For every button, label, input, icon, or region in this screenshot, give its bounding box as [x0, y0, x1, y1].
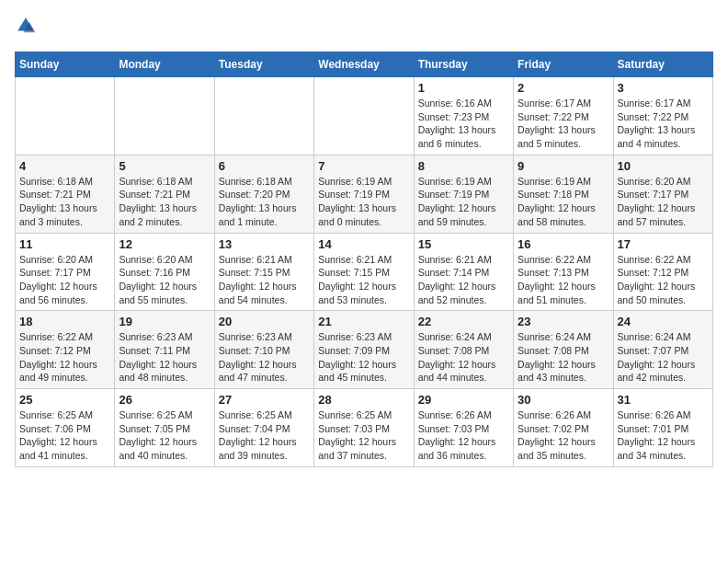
logo — [15, 15, 40, 40]
header-sunday: Sunday — [16, 52, 115, 77]
day-info: Sunrise: 6:25 AMSunset: 7:04 PMDaylight:… — [219, 408, 310, 463]
day-number: 6 — [219, 159, 310, 173]
day-number: 21 — [318, 315, 409, 328]
calendar-cell: 6Sunrise: 6:18 AMSunset: 7:20 PMDaylight… — [214, 155, 313, 233]
header-friday: Friday — [514, 52, 613, 77]
day-info: Sunrise: 6:21 AMSunset: 7:14 PMDaylight:… — [418, 253, 509, 307]
day-number: 27 — [219, 393, 310, 407]
calendar-cell: 16Sunrise: 6:22 AMSunset: 7:13 PMDayligh… — [514, 233, 613, 311]
day-info: Sunrise: 6:23 AMSunset: 7:10 PMDaylight:… — [219, 330, 310, 385]
calendar-week-5: 25Sunrise: 6:25 AMSunset: 7:06 PMDayligh… — [16, 389, 713, 467]
day-info: Sunrise: 6:18 AMSunset: 7:20 PMDaylight:… — [219, 175, 310, 229]
day-info: Sunrise: 6:18 AMSunset: 7:21 PMDaylight:… — [19, 175, 110, 229]
day-info: Sunrise: 6:24 AMSunset: 7:08 PMDaylight:… — [418, 330, 509, 385]
calendar-cell: 2Sunrise: 6:17 AMSunset: 7:22 PMDaylight… — [514, 77, 613, 155]
calendar-cell: 20Sunrise: 6:23 AMSunset: 7:10 PMDayligh… — [214, 311, 313, 389]
calendar-cell: 31Sunrise: 6:26 AMSunset: 7:01 PMDayligh… — [613, 389, 712, 467]
day-number: 16 — [518, 237, 609, 251]
day-number: 3 — [618, 81, 709, 95]
day-number: 14 — [318, 237, 409, 251]
day-number: 2 — [518, 81, 609, 95]
day-number: 1 — [418, 81, 509, 95]
day-number: 11 — [19, 237, 110, 251]
day-info: Sunrise: 6:20 AMSunset: 7:17 PMDaylight:… — [618, 175, 709, 229]
day-number: 31 — [618, 393, 709, 407]
day-info: Sunrise: 6:21 AMSunset: 7:15 PMDaylight:… — [318, 253, 409, 307]
calendar-cell — [214, 77, 313, 155]
calendar-cell: 1Sunrise: 6:16 AMSunset: 7:23 PMDaylight… — [414, 77, 513, 155]
calendar-table: SundayMondayTuesdayWednesdayThursdayFrid… — [15, 52, 713, 467]
day-number: 29 — [418, 393, 509, 407]
day-info: Sunrise: 6:25 AMSunset: 7:03 PMDaylight:… — [318, 408, 409, 463]
calendar-cell: 19Sunrise: 6:23 AMSunset: 7:11 PMDayligh… — [115, 311, 214, 389]
day-number: 20 — [219, 315, 310, 328]
day-number: 8 — [418, 159, 509, 173]
calendar-cell: 13Sunrise: 6:21 AMSunset: 7:15 PMDayligh… — [214, 233, 313, 311]
header-thursday: Thursday — [414, 52, 513, 77]
header-wednesday: Wednesday — [314, 52, 414, 77]
day-info: Sunrise: 6:21 AMSunset: 7:15 PMDaylight:… — [219, 253, 310, 307]
calendar-cell: 12Sunrise: 6:20 AMSunset: 7:16 PMDayligh… — [115, 233, 214, 311]
day-number: 10 — [618, 159, 709, 173]
calendar-cell: 3Sunrise: 6:17 AMSunset: 7:22 PMDaylight… — [613, 77, 712, 155]
day-info: Sunrise: 6:25 AMSunset: 7:06 PMDaylight:… — [19, 408, 110, 463]
day-number: 9 — [518, 159, 609, 173]
calendar-week-2: 4Sunrise: 6:18 AMSunset: 7:21 PMDaylight… — [16, 155, 713, 233]
day-info: Sunrise: 6:19 AMSunset: 7:19 PMDaylight:… — [318, 175, 409, 229]
calendar-cell: 8Sunrise: 6:19 AMSunset: 7:19 PMDaylight… — [414, 155, 513, 233]
day-info: Sunrise: 6:26 AMSunset: 7:03 PMDaylight:… — [418, 408, 509, 463]
day-info: Sunrise: 6:20 AMSunset: 7:17 PMDaylight:… — [19, 253, 110, 307]
calendar-cell — [314, 77, 414, 155]
day-info: Sunrise: 6:23 AMSunset: 7:11 PMDaylight:… — [119, 330, 210, 385]
header-monday: Monday — [115, 52, 214, 77]
calendar-header-row: SundayMondayTuesdayWednesdayThursdayFrid… — [16, 52, 713, 77]
calendar-cell: 27Sunrise: 6:25 AMSunset: 7:04 PMDayligh… — [214, 389, 313, 467]
calendar-cell: 9Sunrise: 6:19 AMSunset: 7:18 PMDaylight… — [514, 155, 613, 233]
day-number: 26 — [119, 393, 210, 407]
calendar-cell: 18Sunrise: 6:22 AMSunset: 7:12 PMDayligh… — [16, 311, 115, 389]
day-number: 18 — [19, 315, 110, 328]
calendar-week-3: 11Sunrise: 6:20 AMSunset: 7:17 PMDayligh… — [16, 233, 713, 311]
day-info: Sunrise: 6:26 AMSunset: 7:02 PMDaylight:… — [518, 408, 609, 463]
day-info: Sunrise: 6:18 AMSunset: 7:21 PMDaylight:… — [119, 175, 210, 229]
day-info: Sunrise: 6:20 AMSunset: 7:16 PMDaylight:… — [119, 253, 210, 307]
day-number: 25 — [19, 393, 110, 407]
day-info: Sunrise: 6:22 AMSunset: 7:12 PMDaylight:… — [618, 253, 709, 307]
calendar-cell: 10Sunrise: 6:20 AMSunset: 7:17 PMDayligh… — [613, 155, 712, 233]
calendar-cell: 14Sunrise: 6:21 AMSunset: 7:15 PMDayligh… — [314, 233, 414, 311]
calendar-cell: 23Sunrise: 6:24 AMSunset: 7:08 PMDayligh… — [514, 311, 613, 389]
day-info: Sunrise: 6:24 AMSunset: 7:07 PMDaylight:… — [618, 330, 709, 385]
calendar-cell: 17Sunrise: 6:22 AMSunset: 7:12 PMDayligh… — [613, 233, 712, 311]
calendar-cell: 5Sunrise: 6:18 AMSunset: 7:21 PMDaylight… — [115, 155, 214, 233]
day-info: Sunrise: 6:26 AMSunset: 7:01 PMDaylight:… — [618, 408, 709, 463]
calendar-cell: 7Sunrise: 6:19 AMSunset: 7:19 PMDaylight… — [314, 155, 414, 233]
day-number: 12 — [119, 237, 210, 251]
day-info: Sunrise: 6:24 AMSunset: 7:08 PMDaylight:… — [518, 330, 609, 385]
day-number: 15 — [418, 237, 509, 251]
header — [15, 15, 713, 40]
day-info: Sunrise: 6:17 AMSunset: 7:22 PMDaylight:… — [618, 97, 709, 151]
calendar-cell: 30Sunrise: 6:26 AMSunset: 7:02 PMDayligh… — [514, 389, 613, 467]
calendar-cell: 25Sunrise: 6:25 AMSunset: 7:06 PMDayligh… — [16, 389, 115, 467]
calendar-cell: 28Sunrise: 6:25 AMSunset: 7:03 PMDayligh… — [314, 389, 414, 467]
day-info: Sunrise: 6:16 AMSunset: 7:23 PMDaylight:… — [418, 97, 509, 151]
calendar-cell: 15Sunrise: 6:21 AMSunset: 7:14 PMDayligh… — [414, 233, 513, 311]
day-number: 22 — [418, 315, 509, 328]
calendar-cell: 21Sunrise: 6:23 AMSunset: 7:09 PMDayligh… — [314, 311, 414, 389]
calendar-cell: 26Sunrise: 6:25 AMSunset: 7:05 PMDayligh… — [115, 389, 214, 467]
day-info: Sunrise: 6:17 AMSunset: 7:22 PMDaylight:… — [518, 97, 609, 151]
calendar-week-4: 18Sunrise: 6:22 AMSunset: 7:12 PMDayligh… — [16, 311, 713, 389]
day-info: Sunrise: 6:22 AMSunset: 7:13 PMDaylight:… — [518, 253, 609, 307]
calendar-cell — [16, 77, 115, 155]
calendar-week-1: 1Sunrise: 6:16 AMSunset: 7:23 PMDaylight… — [16, 77, 713, 155]
calendar-cell: 24Sunrise: 6:24 AMSunset: 7:07 PMDayligh… — [613, 311, 712, 389]
day-number: 17 — [618, 237, 709, 251]
calendar-cell: 29Sunrise: 6:26 AMSunset: 7:03 PMDayligh… — [414, 389, 513, 467]
calendar-cell: 4Sunrise: 6:18 AMSunset: 7:21 PMDaylight… — [16, 155, 115, 233]
header-tuesday: Tuesday — [214, 52, 313, 77]
day-number: 4 — [19, 159, 110, 173]
day-info: Sunrise: 6:19 AMSunset: 7:18 PMDaylight:… — [518, 175, 609, 229]
day-number: 28 — [318, 393, 409, 407]
calendar-cell: 11Sunrise: 6:20 AMSunset: 7:17 PMDayligh… — [16, 233, 115, 311]
day-number: 7 — [318, 159, 409, 173]
